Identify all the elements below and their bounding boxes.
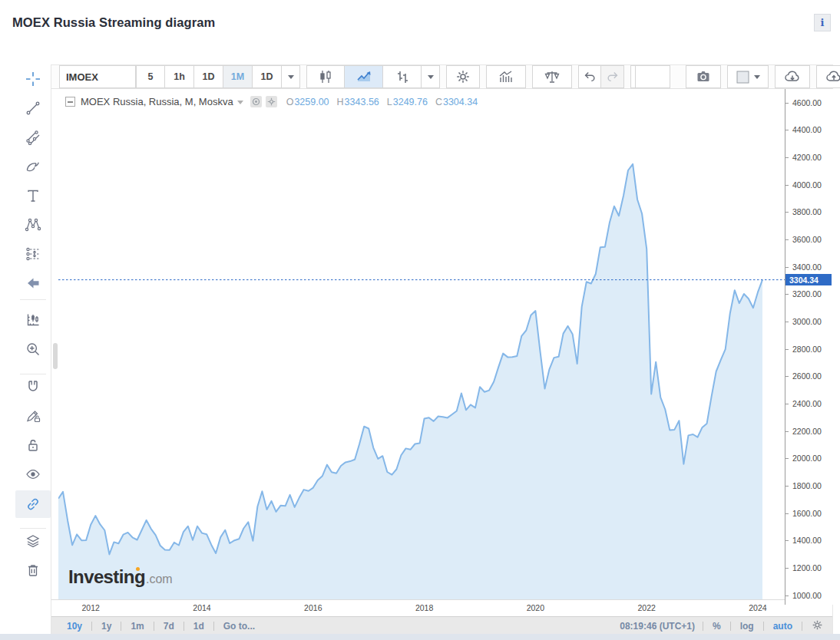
range-1d[interactable]: 1d [192,621,206,632]
layers-tool[interactable] [15,527,51,555]
price-axis-label: 4000.00 [792,180,822,190]
symbol-input[interactable]: IMOEX [59,65,136,88]
undo-button[interactable] [578,65,601,88]
time-axis-label: 2012 [75,603,106,612]
trend-line-tool[interactable] [15,94,51,122]
close-label: C [435,97,442,107]
price-axis[interactable]: 3304.34 4600.004400.004200.004000.003800… [785,89,833,605]
chevron-down-icon [288,75,294,79]
range-10y-active[interactable]: 10y [65,621,84,632]
range-7d[interactable]: 7d [162,621,176,632]
chevron-down-icon [428,75,434,79]
brush-tool[interactable] [15,153,51,180]
chevron-down-icon[interactable] [237,101,243,104]
time-axis[interactable]: 2012201420162018202020222024 [51,599,785,615]
forecast-tool[interactable] [15,240,51,268]
price-axis-tick [785,239,789,240]
arrow-left-tool[interactable] [15,269,51,297]
eye-tool[interactable] [15,460,51,488]
price-axis-label: 3400.00 [792,262,822,272]
chart-type-candles-button[interactable] [306,65,345,88]
camera-icon [696,69,711,84]
price-axis-tick [785,157,789,158]
chart-type-bars-button[interactable] [383,65,422,88]
range-1m[interactable]: 1m [129,621,145,632]
info-button[interactable]: i [814,14,831,31]
auto-scale-button-active[interactable]: auto [772,621,794,632]
snapshot-button[interactable] [686,65,721,88]
settings-button[interactable] [446,65,480,88]
goto-date-button[interactable]: Go to... [222,621,256,632]
redo-button[interactable] [601,65,624,88]
time-axis-label: 2014 [187,603,217,612]
chart-plot[interactable]: MOEX Russia, Russia, M, Moskva [58,89,785,599]
range-selector: 10y 1y 1m 7d 1d Go to... [65,621,256,632]
xabcd-pattern-tool[interactable] [15,211,51,239]
legend-collapse-icon[interactable] [65,97,75,107]
redo-arrow-icon [606,70,620,84]
drawing-lock-icon [25,408,41,424]
measure-tool[interactable] [15,306,51,334]
price-axis-tick [785,595,789,596]
current-price-label: 3304.34 [785,274,832,285]
chart-area: MOEX Russia, Russia, M, Moskva [51,89,832,599]
top-toolbar: IMOEX 5 1h 1D 1M 1D [51,65,832,89]
interval-button-5[interactable]: 5 [136,65,165,88]
gann-fib-tool[interactable] [15,124,51,151]
price-axis-tick [785,212,789,213]
text-tool[interactable] [15,182,51,209]
load-layout-button[interactable] [775,65,810,88]
interval-button-1h[interactable]: 1h [165,65,194,88]
chart-type-area-button-active[interactable] [345,65,383,88]
area-chart [58,89,785,599]
price-axis-label: 4400.00 [792,125,822,134]
divider [802,622,802,631]
scrollbar-thumb[interactable] [53,343,58,369]
lock-tool[interactable] [15,431,51,459]
crosshair-tool[interactable] [15,65,51,93]
text-icon [25,188,41,203]
interval-button-1m-active[interactable]: 1M [223,65,253,88]
time-axis-label: 2018 [409,603,440,612]
price-axis-tick [785,458,789,459]
interval-button-custom[interactable]: 1D [253,65,282,88]
legend-settings-button[interactable] [266,96,277,107]
drawing-lock-tool[interactable] [15,402,51,430]
range-1y[interactable]: 1y [100,621,113,632]
page-title: MOEX Russia Streaming diagram [12,15,215,30]
log-scale-button[interactable]: log [739,621,756,632]
legend-visibility-button[interactable] [250,96,262,107]
indicators-icon [498,69,514,84]
background-button[interactable] [727,65,769,88]
cloud-upload-icon [825,69,840,84]
link-tool[interactable] [15,490,51,518]
divider [154,622,154,631]
price-axis-label: 1600.00 [792,509,822,518]
spacer [635,65,670,88]
axis-settings-button[interactable] [810,619,825,633]
cloud-download-icon [784,69,801,84]
undo-arrow-icon [583,70,597,84]
price-axis-label: 4200.00 [792,153,822,162]
price-axis-tick [785,322,789,322]
candles-icon [318,69,333,84]
price-axis-label: 1200.00 [792,563,822,572]
compare-button[interactable] [532,65,572,88]
zoom-in-tool[interactable] [15,335,51,363]
toolbar-separator [20,528,46,529]
series-legend: MOEX Russia, Russia, M, Moskva [65,96,478,107]
magnet-tool[interactable] [15,373,51,401]
save-layout-button[interactable] [816,65,840,88]
crosshair-icon [25,71,41,87]
price-axis-tick [785,376,789,377]
price-axis-tick [785,568,789,569]
chart-widget: IMOEX 5 1h 1D 1M 1D [51,64,833,634]
legend-title[interactable]: MOEX Russia, Russia, M, Moskva [81,96,233,107]
indicators-button[interactable] [486,65,526,88]
interval-button-1d[interactable]: 1D [194,65,223,88]
open-value: 3259.00 [294,97,329,107]
percent-scale-button[interactable]: % [711,621,723,632]
interval-menu-button[interactable] [282,65,300,88]
trash-tool[interactable] [15,556,51,584]
chart-type-menu-button[interactable] [422,65,440,88]
